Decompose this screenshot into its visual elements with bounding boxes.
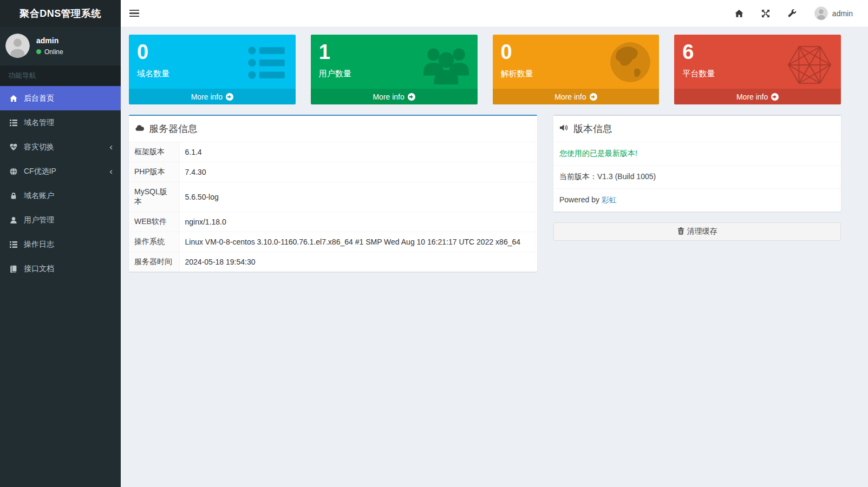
list-icon	[8, 119, 19, 127]
user-icon	[8, 216, 19, 224]
powered-by-prefix: Powered by	[559, 195, 602, 204]
row-label: WEB软件	[129, 212, 179, 232]
app-title: 聚合DNS管理系统	[0, 0, 121, 27]
more-info-link[interactable]: More info	[493, 89, 660, 104]
statbox-label: 解析数量	[501, 69, 651, 79]
row-value: 6.1.4	[179, 142, 537, 162]
chevron-left-icon: ‹	[109, 143, 113, 151]
more-info-link[interactable]: More info	[674, 89, 841, 104]
sidebar-menu: 后台首页 域名管理 容灾切换 ‹	[0, 86, 121, 281]
volume-icon	[559, 123, 569, 134]
sidebar-item-label: 容灾切换	[24, 142, 54, 152]
statbox-value: 6	[682, 41, 833, 64]
statbox-label: 域名数量	[137, 69, 288, 79]
navbar-user-menu[interactable]: admin	[814, 6, 853, 20]
version-latest-text: 您使用的已是最新版本!	[553, 142, 841, 165]
menu-toggle-icon[interactable]	[121, 0, 148, 27]
sidebar-item-dashboard[interactable]: 后台首页	[0, 86, 121, 110]
sidebar-item-label: 后台首页	[24, 94, 54, 103]
statbox-users: 1 用户数量 More info	[311, 35, 478, 104]
row-label: 框架版本	[129, 142, 179, 162]
row-value: 7.4.30	[179, 162, 537, 182]
online-status-icon	[36, 49, 41, 54]
sidebar-item-domains[interactable]: 域名管理	[0, 110, 121, 135]
sidebar-user-status: Online	[44, 48, 63, 56]
sidebar: 聚合DNS管理系统 admin Online 功能导航	[0, 0, 121, 487]
row-label: 服务器时间	[129, 252, 179, 272]
row-label: MySQL版本	[129, 182, 179, 212]
row-value: nginx/1.18.0	[179, 212, 537, 232]
stat-boxes-row: 0 域名数量 More info 1 用户数量	[129, 35, 841, 104]
clear-cache-button[interactable]: 清理缓存	[553, 222, 841, 241]
book-icon	[8, 265, 19, 273]
statbox-label: 用户数量	[319, 69, 469, 79]
sidebar-item-label: 域名管理	[24, 118, 54, 128]
home-icon[interactable]	[735, 9, 743, 18]
version-info-panel: 版本信息 您使用的已是最新版本! 当前版本：V1.3 (Build 1005) …	[553, 115, 841, 212]
avatar	[5, 34, 30, 58]
statbox-value: 0	[137, 41, 288, 64]
more-info-link[interactable]: More info	[129, 89, 296, 104]
wrench-icon[interactable]	[788, 9, 797, 18]
arrow-circle-right-icon	[590, 93, 597, 101]
row-value: Linux VM-0-8-centos 3.10.0-1160.76.1.el7…	[179, 232, 537, 252]
arrow-circle-right-icon	[771, 93, 779, 101]
sidebar-user-name: admin	[36, 36, 63, 45]
more-info-label: More info	[554, 93, 586, 101]
sidebar-user-panel: admin Online	[0, 27, 121, 65]
version-powered-by: Powered by 彩虹	[553, 188, 841, 212]
log-list-icon	[8, 241, 19, 248]
table-row: 服务器时间2024-05-18 19:54:30	[129, 252, 537, 272]
trash-icon	[677, 227, 684, 236]
table-row: 框架版本6.1.4	[129, 142, 537, 162]
heartbeat-icon	[8, 143, 19, 151]
server-info-panel: 服务器信息 框架版本6.1.4 PHP版本7.4.30 MySQL版本5.6.5…	[129, 115, 537, 272]
sidebar-item-api-docs[interactable]: 接口文档	[0, 256, 121, 281]
arrow-circle-right-icon	[408, 93, 415, 101]
row-value: 2024-05-18 19:54:30	[179, 252, 537, 272]
table-row: PHP版本7.4.30	[129, 162, 537, 182]
more-info-label: More info	[736, 93, 768, 101]
sidebar-item-failover[interactable]: 容灾切换 ‹	[0, 135, 121, 159]
sidebar-item-label: CF优选IP	[24, 167, 56, 176]
sidebar-item-label: 接口文档	[24, 264, 54, 274]
lock-icon	[8, 192, 19, 200]
sidebar-section-header: 功能导航	[0, 65, 121, 86]
sidebar-item-label: 操作日志	[24, 240, 54, 249]
chevron-left-icon: ‹	[109, 168, 113, 175]
sidebar-item-label: 域名账户	[24, 191, 54, 201]
version-info-title: 版本信息	[573, 122, 612, 135]
row-label: 操作系统	[129, 232, 179, 252]
more-info-label: More info	[191, 93, 223, 101]
row-value: 5.6.50-log	[179, 182, 537, 212]
globe-icon	[8, 168, 19, 175]
sidebar-item-domain-accounts[interactable]: 域名账户	[0, 183, 121, 208]
clear-cache-label: 清理缓存	[687, 227, 717, 236]
sidebar-item-label: 用户管理	[24, 215, 54, 225]
right-column: 版本信息 您使用的已是最新版本! 当前版本：V1.3 (Build 1005) …	[553, 115, 841, 272]
home-icon	[8, 95, 19, 102]
statbox-value: 0	[501, 41, 651, 64]
fullscreen-icon[interactable]	[761, 9, 770, 18]
powered-by-link[interactable]: 彩虹	[602, 195, 617, 204]
statbox-label: 平台数量	[682, 69, 833, 79]
version-current: 当前版本：V1.3 (Build 1005)	[553, 165, 841, 188]
server-info-title: 服务器信息	[149, 122, 198, 135]
more-info-label: More info	[373, 93, 404, 101]
sidebar-item-logs[interactable]: 操作日志	[0, 232, 121, 256]
table-row: WEB软件nginx/1.18.0	[129, 212, 537, 232]
statbox-records: 0 解析数量 More info	[493, 35, 660, 104]
table-row: 操作系统Linux VM-0-8-centos 3.10.0-1160.76.1…	[129, 232, 537, 252]
table-row: MySQL版本5.6.50-log	[129, 182, 537, 212]
arrow-circle-right-icon	[226, 93, 233, 101]
top-navbar: admin	[121, 0, 868, 27]
navbar-username: admin	[832, 9, 853, 18]
avatar	[814, 6, 828, 20]
sidebar-item-users[interactable]: 用户管理	[0, 208, 121, 232]
statbox-value: 1	[319, 41, 469, 64]
sidebar-item-cf-ip[interactable]: CF优选IP ‹	[0, 159, 121, 183]
more-info-link[interactable]: More info	[311, 89, 478, 104]
main-content: 0 域名数量 More info 1 用户数量	[121, 27, 868, 487]
statbox-platforms: 6 平台数量 More info	[674, 35, 841, 104]
server-info-table: 框架版本6.1.4 PHP版本7.4.30 MySQL版本5.6.50-log …	[129, 142, 537, 272]
